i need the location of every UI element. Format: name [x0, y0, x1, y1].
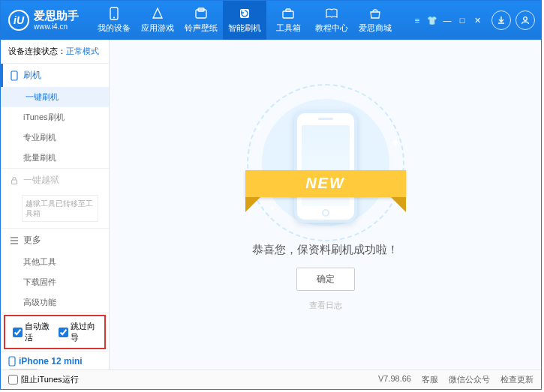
- nav-apps[interactable]: 应用游戏: [136, 1, 179, 40]
- main-nav: 我的设备 应用游戏 铃声壁纸 智能刷机 工具箱 教程中心 爱思商城: [92, 1, 397, 40]
- minimize-button[interactable]: —: [440, 14, 454, 26]
- list-icon: [10, 237, 19, 244]
- maximize-button[interactable]: □: [455, 14, 469, 26]
- brand-name: 爱思助手: [34, 10, 79, 22]
- sidebar-oneclick-flash[interactable]: 一键刷机: [0, 87, 109, 107]
- menu-button[interactable]: ≡: [410, 14, 424, 26]
- svg-rect-6: [286, 9, 290, 11]
- device-status: 设备连接状态：正常模式: [1, 40, 109, 64]
- wallet-icon: [194, 7, 208, 20]
- svg-rect-9: [12, 180, 17, 184]
- svg-rect-8: [11, 71, 17, 80]
- svg-point-1: [113, 17, 115, 19]
- sidebar-flash[interactable]: 刷机: [1, 64, 109, 87]
- svg-point-7: [524, 17, 527, 21]
- download-button[interactable]: [491, 10, 511, 30]
- sidebar-advanced[interactable]: 高级功能: [1, 292, 109, 313]
- nav-store[interactable]: 爱思商城: [353, 1, 397, 40]
- sidebar: 设备连接状态：正常模式 刷机 一键刷机 iTunes刷机 专业刷机 批量刷机 一…: [1, 40, 110, 370]
- options-box: 自动激活 跳过向导: [4, 315, 106, 349]
- sidebar-download-fw[interactable]: 下载固件: [1, 272, 109, 292]
- app-icon: [151, 7, 164, 20]
- sidebar-jailbreak: 一键越狱: [1, 169, 109, 192]
- logo-icon: iU: [8, 10, 29, 31]
- brand: iU 爱思助手 www.i4.cn: [8, 10, 79, 31]
- success-message: 恭喜您，保资料刷机成功啦！: [252, 243, 398, 257]
- svg-rect-10: [9, 357, 15, 366]
- main-panel: NEW ✦ ✦ ✦ 恭喜您，保资料刷机成功啦！ 确定 查看日志: [110, 40, 541, 370]
- sidebar-other-tools[interactable]: 其他工具: [1, 252, 109, 272]
- ok-button[interactable]: 确定: [296, 268, 355, 291]
- sidebar-more[interactable]: 更多: [1, 229, 109, 252]
- toolbox-icon: [281, 7, 295, 20]
- window-controls: ≡ 👕 — □ ✕: [410, 14, 484, 26]
- auto-activate-checkbox[interactable]: 自动激活: [13, 321, 51, 343]
- lock-icon: [10, 176, 19, 185]
- sidebar-batch-flash[interactable]: 批量刷机: [1, 148, 109, 168]
- support-link[interactable]: 客服: [422, 374, 438, 385]
- refresh-icon: [238, 7, 251, 20]
- skip-guide-checkbox[interactable]: 跳过向导: [59, 321, 97, 343]
- svg-rect-5: [283, 11, 293, 18]
- phone-icon: [107, 7, 121, 20]
- skin-button[interactable]: 👕: [425, 14, 439, 26]
- nav-flash[interactable]: 智能刷机: [223, 1, 266, 40]
- store-icon: [368, 7, 382, 20]
- brand-url: www.i4.cn: [34, 22, 79, 31]
- nav-my-device[interactable]: 我的设备: [92, 1, 136, 40]
- nav-tutorials[interactable]: 教程中心: [310, 1, 353, 40]
- version-label: V7.98.66: [378, 374, 411, 385]
- footer: 阻止iTunes运行 V7.98.66 客服 微信公众号 检查更新: [1, 370, 541, 389]
- nav-ringtones[interactable]: 铃声壁纸: [179, 1, 223, 40]
- nav-toolbox[interactable]: 工具箱: [266, 1, 310, 40]
- block-itunes-checkbox[interactable]: 阻止iTunes运行: [8, 374, 79, 385]
- user-button[interactable]: [515, 10, 535, 30]
- phone-small-icon: [10, 70, 19, 81]
- sidebar-pro-flash[interactable]: 专业刷机: [1, 127, 109, 148]
- titlebar: iU 爱思助手 www.i4.cn 我的设备 应用游戏 铃声壁纸 智能刷机 工具…: [1, 1, 541, 40]
- device-phone-icon: [8, 356, 16, 367]
- book-icon: [325, 7, 338, 20]
- wechat-link[interactable]: 微信公众号: [449, 374, 490, 385]
- view-log-link[interactable]: 查看日志: [309, 300, 342, 311]
- close-button[interactable]: ✕: [470, 14, 484, 26]
- success-illustration: NEW ✦ ✦ ✦: [247, 99, 404, 226]
- jailbreak-note: 越狱工具已转移至工具箱: [22, 195, 98, 222]
- check-update-link[interactable]: 检查更新: [500, 374, 533, 385]
- sidebar-itunes-flash[interactable]: iTunes刷机: [1, 107, 109, 127]
- new-banner: NEW: [245, 170, 406, 197]
